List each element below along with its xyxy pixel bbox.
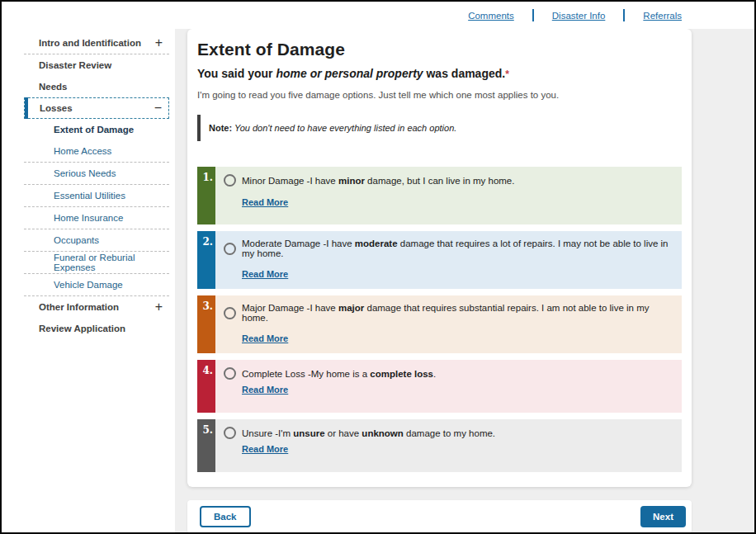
option-label[interactable]: Major Damage -I have major damage that r…: [242, 303, 673, 323]
application-window: Comments Disaster Info Referrals Intro a…: [0, 0, 756, 534]
sidebar-subitem-label: Home Insurance: [54, 213, 123, 223]
unsure-radio[interactable]: [224, 427, 236, 439]
sidebar-item-intro-and-identification[interactable]: Intro and Identification +: [24, 32, 169, 54]
sidebar-subitem-label: Funeral or Reburial Expenses: [54, 253, 169, 272]
major-damage-radio[interactable]: [224, 307, 236, 319]
sidebar-subitem-label: Essential Utilities: [54, 191, 125, 201]
required-marker: *: [505, 69, 509, 80]
sidebar-nav: Intro and Identification + Disaster Revi…: [2, 29, 175, 532]
sidebar-subitem-label: Occupants: [54, 235, 99, 245]
sidebar-item-label: Disaster Review: [39, 60, 111, 70]
sidebar-item-label: Other Information: [39, 302, 119, 312]
option-label[interactable]: Minor Damage -I have minor damage, but I…: [242, 176, 514, 186]
sidebar-item-label: Needs: [39, 82, 68, 92]
option-body: Unsure -I'm unsure or have unknown damag…: [215, 419, 682, 472]
collapse-icon[interactable]: −: [154, 102, 162, 115]
sidebar-subitem-extent-of-damage[interactable]: Extent of Damage: [24, 119, 169, 140]
next-button[interactable]: Next: [640, 506, 686, 527]
wizard-footer: Back Next: [187, 500, 692, 532]
question-text-italic: home or personal property: [276, 67, 423, 80]
sidebar-item-needs[interactable]: Needs: [24, 76, 169, 97]
sidebar-subitem-label: Home Access: [54, 146, 111, 156]
back-button[interactable]: Back: [200, 506, 251, 527]
option-row-moderate-damage: 2. Moderate Damage -I have moderate dama…: [197, 231, 682, 289]
moderate-damage-radio[interactable]: [224, 243, 236, 255]
sidebar-item-disaster-review[interactable]: Disaster Review: [24, 54, 169, 76]
sidebar-subitem-home-insurance[interactable]: Home Insurance: [24, 207, 169, 229]
sidebar-subitem-serious-needs[interactable]: Serious Needs: [24, 163, 169, 184]
option-row-complete-loss: 4. Complete Loss -My home is a complete …: [197, 360, 682, 413]
sidebar-item-other-information[interactable]: Other Information +: [24, 296, 169, 318]
nav-divider: [532, 9, 534, 21]
sidebar-subitem-label: Extent of Damage: [54, 125, 134, 135]
option-number-tab: 3.: [197, 295, 215, 353]
nav-divider: [623, 9, 625, 21]
extent-of-damage-panel: Extent of Damage You said your home or p…: [187, 29, 692, 487]
nav-link-comments[interactable]: Comments: [468, 11, 514, 21]
option-number-tab: 1.: [197, 167, 215, 224]
damage-options-list: 1. Minor Damage -I have minor damage, bu…: [197, 167, 682, 472]
note-text: You don't need to have everything listed…: [232, 123, 456, 133]
note-box: Note: You don't need to have everything …: [197, 115, 682, 141]
sidebar-item-label: Intro and Identification: [39, 38, 141, 48]
read-more-link[interactable]: Read More: [242, 385, 288, 395]
expand-icon[interactable]: +: [155, 300, 163, 314]
option-number-tab: 2.: [197, 231, 215, 289]
sidebar-subitem-occupants[interactable]: Occupants: [24, 229, 169, 251]
nav-link-referrals[interactable]: Referrals: [643, 11, 682, 21]
page-title: Extent of Damage: [197, 40, 682, 59]
sidebar-subitem-label: Serious Needs: [54, 168, 116, 178]
sidebar-subitem-label: Vehicle Damage: [54, 280, 123, 290]
option-row-minor-damage: 1. Minor Damage -I have minor damage, bu…: [197, 167, 682, 224]
question-text-pre: You said your: [197, 67, 276, 80]
complete-loss-radio[interactable]: [224, 367, 236, 380]
option-row-unsure: 5. Unsure -I'm unsure or have unknown da…: [197, 419, 682, 472]
read-more-link[interactable]: Read More: [242, 197, 288, 207]
read-more-link[interactable]: Read More: [242, 269, 288, 279]
sidebar-item-label: Losses: [40, 103, 73, 113]
nav-link-disaster-info[interactable]: Disaster Info: [552, 11, 606, 21]
option-body: Moderate Damage -I have moderate damage …: [215, 231, 682, 289]
read-more-link[interactable]: Read More: [242, 444, 288, 454]
read-more-link[interactable]: Read More: [242, 333, 288, 343]
option-number-tab: 4.: [197, 360, 215, 413]
option-body: Major Damage -I have major damage that r…: [215, 295, 682, 353]
instruction-text: I'm going to read you five damage option…: [197, 90, 682, 100]
sidebar-subitem-home-access[interactable]: Home Access: [24, 140, 169, 162]
note-label: Note:: [209, 123, 232, 133]
option-body: Complete Loss -My home is a complete los…: [215, 360, 682, 413]
option-label[interactable]: Complete Loss -My home is a complete los…: [242, 369, 436, 379]
option-row-major-damage: 3. Major Damage -I have major damage tha…: [197, 295, 682, 353]
minor-damage-radio[interactable]: [224, 174, 236, 187]
sidebar-subitem-vehicle-damage[interactable]: Vehicle Damage: [24, 274, 169, 295]
expand-icon[interactable]: +: [155, 36, 163, 50]
option-body: Minor Damage -I have minor damage, but I…: [215, 167, 682, 224]
sidebar-item-review-application[interactable]: Review Application: [24, 318, 169, 339]
option-label[interactable]: Moderate Damage -I have moderate damage …: [242, 239, 673, 258]
main-area: Extent of Damage You said your home or p…: [175, 29, 754, 532]
question-text-post: was damaged.: [423, 67, 506, 80]
question-text: You said your home or personal property …: [197, 67, 682, 80]
option-label[interactable]: Unsure -I'm unsure or have unknown damag…: [242, 428, 495, 438]
option-number-tab: 5.: [197, 419, 215, 472]
sidebar-item-losses[interactable]: Losses −: [24, 97, 169, 119]
sidebar-subitem-funeral-or-reburial-expenses[interactable]: Funeral or Reburial Expenses: [24, 252, 169, 273]
sidebar-item-label: Review Application: [39, 324, 125, 333]
top-nav: Comments Disaster Info Referrals: [2, 2, 754, 29]
content-row: Intro and Identification + Disaster Revi…: [2, 29, 754, 532]
sidebar-subitem-essential-utilities[interactable]: Essential Utilities: [24, 185, 169, 206]
